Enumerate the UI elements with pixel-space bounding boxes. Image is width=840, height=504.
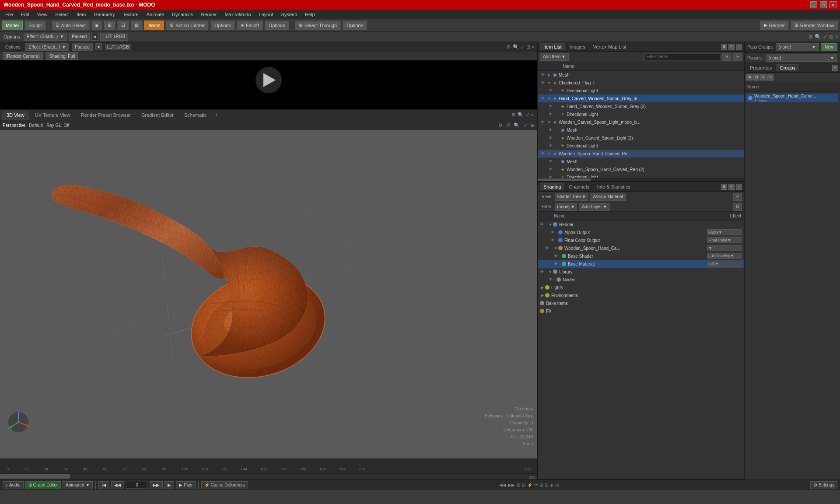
tree-item-spoon-red-child[interactable]: 👁 ◈ Wooden_Spoon_Hand_Carved_Red (2)	[538, 165, 744, 173]
shade-base-shader[interactable]: 👁 Base Shader Full Shading ▼	[538, 252, 744, 260]
vp-orbit-icon[interactable]: ↺	[506, 122, 510, 128]
maximize-button[interactable]: □	[820, 1, 827, 8]
alpha-effect-dropdown[interactable]: Alpha ▼	[707, 229, 742, 235]
render-camera-dropdown[interactable]: (Render Camera)	[3, 52, 43, 60]
groups-icon-add[interactable]: ⊞	[746, 74, 752, 80]
shade-alpha-output[interactable]: 👁 Alpha Output Alpha ▼	[538, 228, 744, 236]
expand-icon[interactable]: ⊞	[829, 34, 833, 40]
render-window-button[interactable]: ⊞ Render Window	[791, 21, 838, 30]
preview-close-icon[interactable]: ×	[532, 44, 535, 50]
preview-arrows-icon[interactable]: ⤢	[521, 44, 525, 50]
tab-properties[interactable]: Properties	[746, 64, 775, 71]
tab-schematic[interactable]: Schematic	[179, 111, 211, 119]
settings-button[interactable]: ⚙ Settings	[810, 481, 837, 489]
tree-item-hand-carved-child[interactable]: 👁 ◈ Hand_Carved_Wooden_Spoon_Grey (2)	[538, 102, 744, 110]
tree-item-spoon-mesh[interactable]: 👁 ▣ Mesh	[538, 158, 744, 165]
model-button[interactable]: Model	[2, 21, 23, 30]
effect-dropdown[interactable]: Effect: (Shadi...) ▼	[24, 33, 67, 41]
timeline-scrollbar[interactable]: 228	[0, 473, 537, 480]
menu-help[interactable]: Help	[301, 11, 318, 18]
shade-nodes[interactable]: 👁 Nodes	[538, 276, 744, 284]
tab-render-preset[interactable]: Render Preset Browser	[76, 111, 136, 119]
search-icon[interactable]: 🔍	[815, 34, 821, 40]
action-center-button[interactable]: ⊕ Action Center	[166, 21, 209, 30]
transport-icon-4[interactable]: ⊟	[522, 483, 525, 487]
menu-edit[interactable]: Edit	[18, 11, 33, 18]
add-tab-button[interactable]: +	[212, 111, 220, 119]
shade-environments[interactable]: ▶ Environments	[538, 291, 744, 299]
transport-icon-5[interactable]: ⚡	[527, 483, 532, 487]
vp-arrows-icon[interactable]: ⤢	[525, 112, 529, 118]
preview-grid-icon[interactable]: ⊞	[526, 44, 530, 50]
tab-uv-texture[interactable]: UV Texture View	[30, 111, 75, 119]
menu-dynamics[interactable]: Dynamics	[168, 11, 196, 18]
groups-add-icon[interactable]: +	[832, 65, 838, 71]
auto-select-button[interactable]: ⊡ Auto Select	[52, 21, 90, 30]
skip-start-button[interactable]: |◀	[98, 481, 109, 489]
tree-item-dir-light-4[interactable]: 👁 ☀ Directional Light	[538, 173, 744, 178]
tree-item-checkered-flag[interactable]: 👁 ▼ ◈ Checkered_Flag 1	[538, 79, 744, 87]
close-x-icon[interactable]: ×	[835, 34, 838, 40]
transport-icon-2[interactable]: ▶▶	[508, 483, 515, 487]
vp-settings2-icon[interactable]: ⚙	[498, 122, 503, 128]
shade-render[interactable]: 👁 ▼ Render	[538, 220, 744, 228]
tab-channels[interactable]: Channels	[565, 183, 592, 190]
tree-item-dir-light-2[interactable]: 👁 ☀ Directional Light	[538, 110, 744, 118]
transport-icon-3[interactable]: ⊞	[517, 483, 520, 487]
lut-dropdown[interactable]: LUT: sRGB	[100, 33, 128, 41]
panel-icon-1[interactable]: ⊞	[721, 44, 727, 50]
options1-button[interactable]: Options	[210, 21, 235, 30]
tree-item-mesh1[interactable]: 👁 ▶ ▣ Mesh	[538, 71, 744, 79]
base-shader-dropdown[interactable]: Full Shading ▼	[707, 253, 742, 259]
shading-close-icon[interactable]: ×	[736, 184, 742, 190]
shade-base-material[interactable]: 👁 Base Material (all) ▼	[538, 260, 744, 268]
preview-zoom-icon[interactable]: 🔍	[513, 44, 519, 50]
tab-shading[interactable]: Shading	[540, 183, 564, 190]
groups-icon-remove[interactable]: ⊟	[753, 74, 760, 80]
tree-item-wooden-light-child[interactable]: 👁 ◈ Wooden_Carved_Spoon_Light (2)	[538, 134, 744, 142]
shader-tree-dropdown[interactable]: Shader Tree ▼	[555, 193, 588, 201]
paused-dropdown[interactable]: Paused	[69, 33, 90, 41]
preview-paused-dropdown[interactable]: Paused	[72, 43, 93, 51]
perspective-label[interactable]: Perspective	[3, 123, 25, 128]
vp-zoom2-icon[interactable]: 🔍	[514, 122, 520, 128]
menu-animate[interactable]: Animate	[143, 11, 168, 18]
options3-button[interactable]: Options	[343, 21, 367, 30]
icon-btn-1[interactable]: ■	[91, 21, 102, 30]
sculpt-button[interactable]: Sculpt	[24, 21, 46, 30]
final-color-dropdown[interactable]: Final Color ▼	[707, 237, 742, 243]
minimize-button[interactable]: _	[810, 1, 817, 8]
filter-clear-icon[interactable]: F	[733, 53, 742, 61]
tree-item-mesh-child[interactable]: 👁 ▣ Mesh	[538, 126, 744, 134]
shading-dropdown[interactable]: Shading: Full	[46, 52, 78, 60]
record-btn[interactable]: ●	[91, 33, 98, 41]
menu-item[interactable]: Item	[73, 11, 89, 18]
vp-settings-icon[interactable]: ⚙	[511, 112, 516, 118]
tab-item-list[interactable]: Item List	[540, 43, 565, 50]
shading-f-btn[interactable]: F	[733, 193, 742, 201]
step-forward-button[interactable]: ▶▶	[150, 481, 163, 489]
shade-final-color[interactable]: 👁 Final Color Output Final Color ▼	[538, 236, 744, 244]
panel-icon-2[interactable]: F	[728, 44, 735, 50]
add-item-button[interactable]: Add Item ▼	[540, 53, 569, 61]
play-button[interactable]	[256, 67, 282, 93]
transport-icon-6[interactable]: ⟳	[534, 483, 538, 487]
tab-vertex-map-list[interactable]: Vertex Map List	[590, 43, 630, 50]
graph-editor-button[interactable]: ⊞ Graph Editor	[25, 481, 61, 489]
shade-fx[interactable]: FX	[538, 307, 744, 315]
menu-select[interactable]: Select	[52, 11, 72, 18]
icon-btn-4[interactable]: ⊠	[131, 21, 143, 30]
items-button[interactable]: Items	[144, 21, 164, 30]
transport-icon-9[interactable]: ◈	[550, 483, 553, 487]
viewport-3d[interactable]: Perspective Default Ray GL: Off ⚙ ↺ 🔍 ⤢ …	[0, 120, 537, 458]
shading-s-btn[interactable]: S	[733, 203, 742, 211]
tab-images[interactable]: Images	[566, 43, 589, 50]
preview-effect-dropdown[interactable]: Effect: (Shadi...) ▼	[25, 43, 69, 51]
item-list-scrollbar[interactable]	[538, 178, 744, 181]
shade-lights[interactable]: ▶ Lights	[538, 284, 744, 291]
assign-material-button[interactable]: Assign Material	[590, 193, 626, 201]
options-tab[interactable]: Options	[3, 44, 23, 50]
base-material-dropdown[interactable]: (all) ▼	[707, 261, 742, 267]
render-button[interactable]: ▶ Render	[760, 21, 789, 30]
group-item-spoon[interactable]: Wooden_Spoon_Hand_Carve... 3 Items	[746, 94, 838, 102]
